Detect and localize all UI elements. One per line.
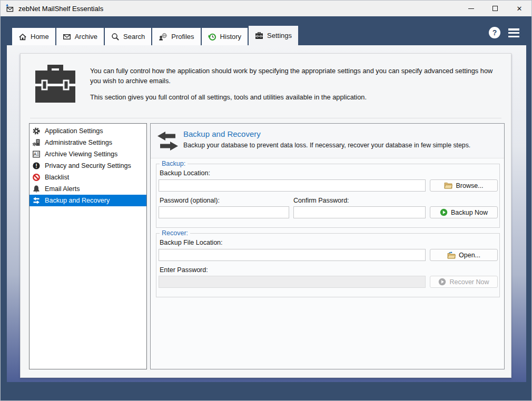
profiles-globe-icon bbox=[159, 33, 168, 41]
close-icon: ✕ bbox=[517, 5, 523, 12]
backup-location-input[interactable] bbox=[159, 179, 426, 192]
tab-search[interactable]: Search bbox=[105, 28, 151, 45]
help-button[interactable]: ? bbox=[489, 27, 500, 38]
hamburger-icon bbox=[508, 28, 519, 31]
enter-password-input[interactable] bbox=[159, 276, 426, 288]
prohibition-icon bbox=[32, 173, 41, 182]
close-button[interactable]: ✕ bbox=[507, 1, 531, 16]
tab-label: Profiles bbox=[171, 33, 194, 41]
sidebar-item-administrative-settings[interactable]: Administrative Settings bbox=[29, 137, 146, 148]
tab-archive[interactable]: Archive bbox=[56, 28, 104, 45]
sidebar-item-label: Backup and Recovery bbox=[45, 197, 110, 204]
svg-text:!: ! bbox=[35, 163, 37, 169]
sidebar-item-label: Application Settings bbox=[45, 127, 103, 135]
password-input[interactable] bbox=[159, 206, 289, 218]
magnifier-icon bbox=[111, 33, 120, 41]
pane-subtitle: Backup your database to prevent data los… bbox=[183, 142, 499, 149]
tab-label: Search bbox=[123, 33, 145, 41]
pane-title: Backup and Recovery bbox=[183, 129, 499, 138]
document-preview-icon: A bbox=[32, 150, 41, 158]
toolbox-large-icon bbox=[35, 64, 76, 103]
sidebar-item-label: Archive Viewing Settings bbox=[45, 151, 117, 158]
toolbox-icon bbox=[255, 32, 263, 39]
sidebar-item-label: Email Alerts bbox=[45, 185, 80, 193]
sidebar-item-label: Privacy and Security Settings bbox=[45, 162, 131, 169]
backup-now-button-label: Backup Now bbox=[451, 209, 488, 216]
title-bar: zebNet MailShelf Essentials ✕ bbox=[1, 1, 531, 16]
open-button-label: Open... bbox=[459, 252, 480, 259]
browse-button[interactable]: Browse... bbox=[430, 179, 498, 192]
confirm-password-label: Confirm Password: bbox=[293, 197, 349, 204]
home-icon bbox=[18, 33, 27, 41]
tab-settings[interactable]: Settings bbox=[249, 26, 298, 45]
intro-paragraph-2: This section gives you full control of a… bbox=[90, 93, 501, 103]
sidebar-item-application-settings[interactable]: Application Settings bbox=[29, 125, 146, 137]
separator bbox=[30, 118, 501, 118]
hamburger-menu-button[interactable] bbox=[508, 27, 519, 38]
tab-label: History bbox=[220, 33, 241, 41]
recover-now-button[interactable]: Recover Now bbox=[430, 276, 498, 288]
maximize-button[interactable] bbox=[483, 1, 507, 16]
sync-arrows-icon bbox=[32, 196, 41, 205]
tab-label: Home bbox=[31, 33, 49, 41]
enter-password-label: Enter Password: bbox=[160, 266, 208, 274]
sidebar-item-backup-and-recovery[interactable]: Backup and Recovery bbox=[29, 195, 146, 206]
sidebar-item-label: Blacklist bbox=[45, 174, 69, 181]
history-clock-icon bbox=[208, 33, 216, 41]
sidebar-item-archive-viewing-settings[interactable]: A Archive Viewing Settings bbox=[29, 148, 146, 160]
sidebar-item-label: Administrative Settings bbox=[45, 139, 112, 146]
window-title: zebNet MailShelf Essentials bbox=[18, 5, 103, 13]
maximize-icon bbox=[492, 6, 498, 11]
gear-icon bbox=[32, 127, 41, 135]
minimize-icon bbox=[468, 8, 474, 9]
sidebar-item-privacy-security-settings[interactable]: ! Privacy and Security Settings bbox=[29, 160, 146, 172]
open-button[interactable]: Open... bbox=[430, 249, 498, 261]
backup-group: Backup: Backup Location: Browse... Passw… bbox=[156, 164, 500, 228]
backup-now-button[interactable]: Backup Now bbox=[430, 206, 498, 218]
backup-group-legend: Backup: bbox=[160, 160, 188, 167]
svg-text:A: A bbox=[34, 152, 37, 157]
tab-history[interactable]: History bbox=[202, 28, 248, 45]
settings-page: You can fully control how the applicatio… bbox=[7, 45, 526, 382]
question-mark-icon: ? bbox=[492, 28, 497, 37]
confirm-password-input[interactable] bbox=[293, 206, 426, 218]
app-logo-mail-icon bbox=[5, 4, 14, 13]
tab-label: Settings bbox=[267, 32, 292, 39]
backup-file-location-label: Backup File Location: bbox=[160, 239, 223, 246]
pane-header: Backup and Recovery Backup your database… bbox=[151, 124, 504, 158]
folder-icon bbox=[444, 182, 452, 189]
exclamation-badge-icon: ! bbox=[32, 162, 41, 170]
envelope-icon bbox=[63, 33, 71, 41]
folder-open-arrow-icon bbox=[447, 251, 456, 259]
intro-paragraph-1: You can fully control how the applicatio… bbox=[90, 66, 501, 86]
backup-recovery-pane: Backup and Recovery Backup your database… bbox=[150, 123, 505, 369]
minimize-button[interactable] bbox=[459, 1, 483, 16]
transfer-arrows-icon bbox=[157, 132, 179, 151]
settings-category-list: Application Settings Administrative Sett… bbox=[29, 123, 147, 369]
app-window: zebNet MailShelf Essentials ✕ Home bbox=[0, 0, 532, 401]
tab-strip: Home Archive Search bbox=[1, 16, 531, 45]
tab-label: Archive bbox=[75, 33, 97, 41]
recover-group-legend: Recover: bbox=[160, 229, 190, 237]
sidebar-item-email-alerts[interactable]: Email Alerts bbox=[29, 183, 146, 195]
settings-panel: You can fully control how the applicatio… bbox=[20, 53, 511, 378]
play-circle-gray-icon bbox=[438, 278, 446, 286]
backup-file-location-input[interactable] bbox=[159, 249, 426, 261]
admin-gear-document-icon bbox=[32, 138, 41, 147]
intro-text: You can fully control how the applicatio… bbox=[90, 66, 501, 103]
recover-group: Recover: Backup File Location: Open... E… bbox=[156, 233, 500, 297]
recover-now-button-label: Recover Now bbox=[449, 278, 489, 286]
backup-location-label: Backup Location: bbox=[160, 169, 210, 177]
sidebar-item-blacklist[interactable]: Blacklist bbox=[29, 172, 146, 183]
play-circle-green-icon bbox=[440, 208, 448, 216]
password-label: Password (optional): bbox=[160, 197, 220, 204]
bell-icon bbox=[32, 185, 41, 193]
tab-home[interactable]: Home bbox=[12, 28, 55, 45]
tab-profiles[interactable]: Profiles bbox=[152, 28, 200, 45]
browse-button-label: Browse... bbox=[456, 182, 483, 189]
